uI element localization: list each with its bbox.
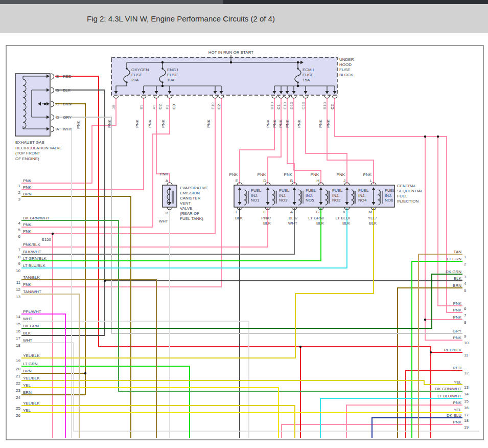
left-pin-number: 24 [16, 395, 20, 400]
connector-id: E10 [283, 102, 287, 109]
egr-pin-letter: B [56, 88, 59, 93]
right-pin-wire-color: DK BLU [447, 413, 461, 418]
right-pin-number: 2 [464, 262, 467, 266]
left-pin-wire-color: BRN [23, 369, 32, 373]
wire-color-label: PNK [135, 119, 140, 128]
evap-bottom-pin: B [166, 211, 168, 215]
right-pin-wire-color: LT GRN [447, 257, 461, 261]
injector-bottom-wire-color: BLK [369, 221, 377, 226]
left-pin-wire-color: BRN [23, 390, 32, 395]
wire-color-label: PNK [206, 119, 211, 128]
connector-id: A9 [152, 104, 156, 109]
egr-caption: (TOP FRONT [15, 151, 40, 155]
connector-id: C2 [330, 104, 335, 109]
injector-top-pin: E [236, 178, 238, 183]
left-pin-number: 13 [16, 295, 20, 299]
right-pin-number: 10 [464, 341, 469, 345]
fuse-label: FUSE [131, 73, 142, 77]
injector-bottom-pin: M [368, 210, 372, 214]
left-pin-wire-color: LT GRN [23, 362, 38, 366]
evap-caption: (REAR OF [180, 211, 199, 216]
fuse-label: 10A [167, 78, 175, 82]
right-pin-wire-color: DK GRN [446, 270, 461, 274]
right-pin-wire-color: RED [453, 366, 461, 370]
underhood-fuse-block-caption: HOOD [339, 62, 352, 67]
injector-bottom-wire-color: YEL/ [368, 216, 377, 220]
right-pin-wire-color: RED/BLK [444, 348, 462, 352]
egr-pin-wire-color: WHT [63, 127, 72, 131]
left-pin-wire-color: YEL/BLK [23, 353, 40, 358]
junction-dot [430, 351, 432, 353]
connector-id: C2 [217, 104, 221, 109]
csfi-caption: CENTRAL [397, 184, 416, 188]
injector-bottom-pin: F [236, 210, 238, 214]
left-pin-number: 7 [18, 248, 21, 252]
egr-pin-wire-color: GRY [63, 115, 72, 120]
right-pin-wire-color: PNK [453, 315, 462, 320]
left-pin-number: 12 [16, 287, 20, 292]
left-pin-wire-color: PNK/BLK [23, 242, 40, 247]
right-pin-wire-color: PNK [453, 301, 462, 306]
injector-name: INJ. [251, 193, 258, 198]
left-pin-wire-color: YEL [23, 383, 31, 388]
left-pin-number: 16 [16, 329, 20, 333]
evap-bottom-wire-color: WHT [159, 219, 168, 223]
wire-color-label: PNK [266, 119, 270, 128]
injector-bottom-wire-color: BLK [263, 221, 271, 226]
fuse-label: ECM I [303, 68, 314, 72]
left-pin-wire-color: LT BLU/BLK [23, 263, 45, 268]
right-pin-wire-color: PNK [453, 335, 462, 340]
injector-name: NO6 [385, 198, 393, 203]
left-pin-wire-color: PNK [23, 222, 32, 227]
injector-top-pin: B [290, 178, 293, 183]
egr-caption: EXHAUST GAS [15, 140, 44, 145]
right-pin-wire-color: BLK [454, 276, 462, 281]
right-pin-number: 3 [464, 275, 467, 279]
injector-name: FUEL [279, 188, 290, 193]
injector-top-wire-color: PNK [311, 172, 319, 177]
junction-dot [424, 319, 426, 321]
connector-id: F10 [211, 102, 215, 109]
injector-bottom-wire-color: BLK [316, 221, 324, 226]
left-pin-wire-color: LT GRN/BLK [23, 256, 47, 261]
injector-bottom-wire-color: LT BLU/ [335, 216, 350, 220]
left-pin-number: 15 [16, 322, 20, 326]
underhood-fuse-block-caption: UNDER- [339, 57, 355, 62]
egr-pin-wire-color: BRN [63, 102, 72, 106]
left-pin-wire-color: WHT [23, 317, 32, 321]
right-pin-number: 12 [464, 371, 469, 375]
left-pin-number: 8 [18, 255, 21, 259]
left-pin-wire-color: YEL/BLK [23, 401, 40, 406]
left-pin-wire-color: BRN [23, 192, 32, 196]
junction-dot [52, 233, 54, 235]
injector-top-pin: D [263, 178, 266, 183]
left-pin-wire-color: YEL/BLK [23, 376, 40, 380]
evap-caption: EVAPORATIVE [180, 186, 208, 190]
injector-bottom-pin: K [343, 210, 346, 214]
left-pin-number: 21 [16, 374, 20, 378]
evap-top-wire-color: PNK [160, 172, 169, 176]
injector-bottom-wire-color: WHT [288, 221, 297, 226]
junction-dot [104, 280, 106, 282]
junction-dot [230, 61, 232, 63]
right-pin-wire-color: YEL [454, 408, 462, 412]
fuse-label: OXYGEN [131, 68, 149, 72]
egr-pin-letter: C [56, 102, 59, 106]
egr-pin-wire-color: BLK [63, 88, 71, 93]
right-pin-wire-color: PNK [453, 420, 462, 424]
left-pin-wire-color: PNK [23, 229, 32, 234]
injector-top-wire-color: PNK [363, 172, 372, 177]
wire-color-label: PNK [272, 119, 277, 128]
underhood-fuse-block-caption: BLOCK [339, 73, 354, 77]
left-pin-wire-color: TAN/BLK [23, 275, 40, 280]
injector-name: FUEL [332, 188, 343, 193]
left-pin-wire-color: PNK [23, 282, 32, 287]
injector-name: INJ. [358, 193, 365, 198]
fuse-label: FUSE [303, 73, 313, 77]
injector-name: NO1 [251, 198, 260, 203]
injector-bottom-pin: C [263, 210, 266, 214]
right-pin-number: 15 [464, 399, 469, 404]
connector-id: C10 [301, 102, 306, 109]
left-pin-wire-color: PPL/WHT [23, 309, 41, 314]
evap-caption: EMISSION [180, 191, 200, 195]
